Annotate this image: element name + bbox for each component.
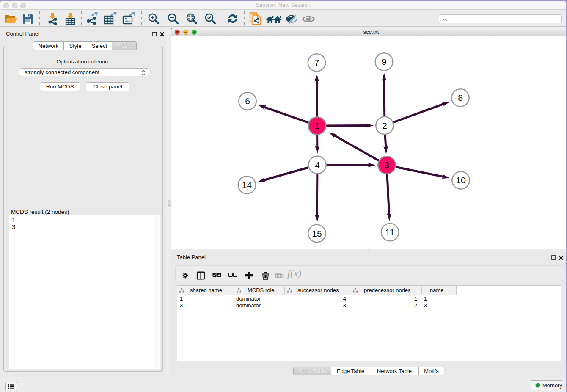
svg-text:9: 9 xyxy=(382,57,387,66)
svg-text:6: 6 xyxy=(245,96,250,106)
svg-text:14: 14 xyxy=(242,180,252,190)
svg-text:2: 2 xyxy=(382,121,387,130)
svg-text:11: 11 xyxy=(385,227,395,237)
svg-text:10: 10 xyxy=(456,175,465,185)
svg-text:15: 15 xyxy=(312,229,322,238)
svg-text:1: 1 xyxy=(315,121,320,130)
svg-text:3: 3 xyxy=(384,160,389,170)
svg-text:4: 4 xyxy=(315,160,320,170)
svg-text:7: 7 xyxy=(314,58,319,67)
svg-text:8: 8 xyxy=(458,93,463,102)
